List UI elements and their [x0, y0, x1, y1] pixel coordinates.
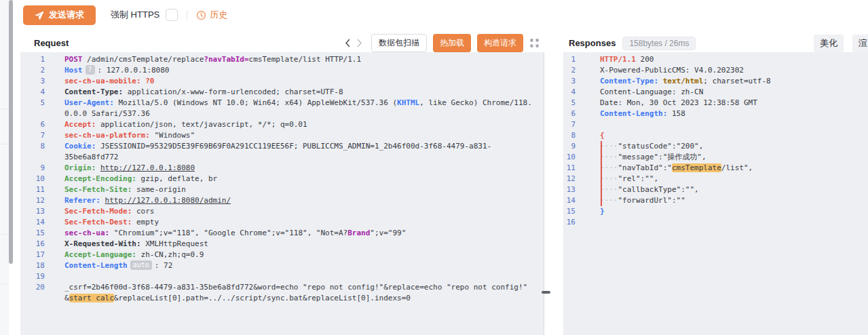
code-line: 2X-Powered-PublicCMS: V4.0.202302 [563, 65, 868, 76]
line-text: HTTP/1.1 200 [600, 54, 868, 65]
line-number: 7 [563, 119, 575, 130]
line-number: 20 [20, 282, 45, 304]
line-text: Date: Mon, 30 Oct 2023 12:38:58 GMT [600, 98, 868, 109]
response-meta-badge: 158bytes / 26ms [622, 37, 696, 50]
line-text: Sec-Fetch-Dest: empty [64, 217, 540, 228]
code-line: 7 [563, 119, 868, 130]
line-number: 12 [563, 174, 575, 184]
packet-scan-button[interactable]: 数据包扫描 [371, 34, 427, 52]
code-line: 1HTTP/1.1 200 [563, 54, 868, 65]
force-https-label: 强制 HTTPS [111, 9, 159, 21]
line-text: Accept-Encoding: gzip, deflate, br [64, 174, 540, 184]
request-title: Request [34, 38, 69, 48]
line-text: Content-Type: application/x-www-form-url… [64, 87, 540, 98]
line-number: 7 [20, 130, 45, 141]
code-line: 4Content-Type: application/x-www-form-ur… [20, 87, 544, 98]
line-number: 19 [20, 271, 45, 282]
line-number: 10 [563, 152, 575, 163]
line-number: 6 [563, 109, 575, 119]
line-number: 13 [563, 184, 575, 195]
line-text: POST /admin/cmsTemplate/replace?navTabId… [64, 54, 540, 65]
line-text: ····"message":"操作成功", [600, 152, 868, 163]
line-text: sec-ch-ua: "Chromium";v="118", "Google C… [64, 228, 540, 239]
line-text: sec-ch-ua-mobile: ?0 [64, 76, 540, 87]
render-button[interactable]: 渲染 [852, 35, 868, 52]
line-number: 2 [563, 65, 575, 76]
line-text: Content-Type: text/html; charset=utf-8 [600, 76, 868, 87]
code-line: 19 [20, 271, 544, 282]
line-text: ····"rel":"", [600, 174, 868, 184]
request-editor[interactable]: 1POST /admin/cmsTemplate/replace?navTabI… [20, 52, 544, 335]
code-line: 17Accept-Language: zh-CN,zh;q=0.9 [20, 250, 544, 260]
line-text: Host?: 127.0.0.1:8080 [64, 65, 540, 76]
line-number: 15 [563, 206, 575, 217]
code-line: 14Sec-Fetch-Dest: empty [20, 217, 544, 228]
send-request-label: 发送请求 [49, 9, 84, 21]
line-text: Content-Language: zh-CN [600, 87, 868, 98]
panel-resize-grip[interactable] [542, 291, 550, 294]
line-text [600, 217, 868, 228]
line-number: 4 [563, 87, 575, 98]
line-text: Content-Lengthauto: 72 [64, 260, 540, 271]
code-line: 6Accept: application/json, text/javascri… [20, 119, 544, 130]
line-number: 9 [20, 163, 45, 174]
history-clock-icon [196, 10, 206, 20]
line-number: 3 [20, 76, 45, 87]
history-button[interactable]: 历史 [196, 9, 227, 21]
response-panel-header: Responses 158bytes / 26ms 美化 渲染 [563, 34, 868, 52]
line-text [64, 271, 540, 282]
scrollbar-thumb[interactable] [9, 0, 13, 264]
divider [0, 283, 9, 284]
request-panel: Request 数据包扫描 热加载 构造请求 1POST /admin/cmsT… [20, 34, 544, 335]
response-editor[interactable]: 1HTTP/1.1 2002X-Powered-PublicCMS: V4.0.… [563, 52, 868, 335]
line-text: ····"navTabId":"cmsTemplate/list", [600, 163, 868, 174]
line-text: { [600, 130, 868, 141]
line-text: Origin: http://127.0.0.1:8080 [64, 163, 540, 174]
beautify-button[interactable]: 美化 [814, 35, 844, 52]
history-label: 历史 [210, 9, 227, 21]
code-line: 8{ [563, 130, 868, 141]
code-line: 12Referer: http://127.0.0.1:8080/admin/ [20, 195, 544, 206]
line-number: 8 [20, 141, 45, 163]
code-line: 5Date: Mon, 30 Oct 2023 12:38:58 GMT [563, 98, 868, 109]
line-text: Accept-Language: zh-CN,zh;q=0.9 [64, 250, 540, 260]
line-number: 16 [563, 217, 575, 228]
code-line: 16X-Requested-With: XMLHttpRequest [20, 239, 544, 250]
code-line: 7sec-ch-ua-platform: "Windows" [20, 130, 544, 141]
code-line: 16 [563, 217, 868, 228]
line-number: 15 [20, 228, 45, 239]
force-https-checkbox[interactable] [166, 9, 178, 21]
send-request-button[interactable]: 发送请求 [23, 5, 96, 25]
code-line: 10Accept-Encoding: gzip, deflate, br [20, 174, 544, 184]
code-line: 9Origin: http://127.0.0.1:8080 [20, 163, 544, 174]
code-line: 11····"navTabId":"cmsTemplate/list", [563, 163, 868, 174]
code-line: 1POST /admin/cmsTemplate/replace?navTabI… [20, 54, 544, 65]
request-panel-header: Request 数据包扫描 热加载 构造请求 [20, 34, 544, 52]
code-line: 15sec-ch-ua: "Chromium";v="118", "Google… [20, 228, 544, 239]
line-text: Sec-Fetch-Mode: cors [64, 206, 540, 217]
collapsed-side-strip [0, 0, 9, 335]
hot-reload-button[interactable]: 热加载 [433, 34, 471, 52]
code-line: 12····"rel":"", [563, 174, 868, 184]
line-text: ····"statusCode":"200", [600, 141, 868, 152]
code-line: 8Cookie: JSESSIONID=95329D5E39F69B69F0A2… [20, 141, 544, 163]
line-number: 17 [20, 250, 45, 260]
line-number: 10 [20, 174, 45, 184]
line-text: X-Powered-PublicCMS: V4.0.202302 [600, 65, 868, 76]
fullscreen-icon[interactable] [529, 37, 540, 49]
code-line: 3sec-ch-ua-mobile: ?0 [20, 76, 544, 87]
line-number: 12 [20, 195, 45, 206]
line-text [600, 119, 868, 130]
line-text: Referer: http://127.0.0.1:8080/admin/ [64, 195, 540, 206]
divider [0, 234, 9, 235]
line-number: 14 [563, 195, 575, 206]
history-prev-button[interactable] [342, 39, 354, 47]
code-line: 11Sec-Fetch-Site: same-origin [20, 184, 544, 195]
code-line: 3Content-Type: text/html; charset=utf-8 [563, 76, 868, 87]
line-number: 1 [563, 54, 575, 65]
build-request-button[interactable]: 构造请求 [477, 34, 523, 52]
code-line: 10····"message":"操作成功", [563, 152, 868, 163]
history-next-button[interactable] [354, 39, 365, 47]
code-line: 4Content-Language: zh-CN [563, 87, 868, 98]
chevron-left-icon [345, 39, 351, 47]
